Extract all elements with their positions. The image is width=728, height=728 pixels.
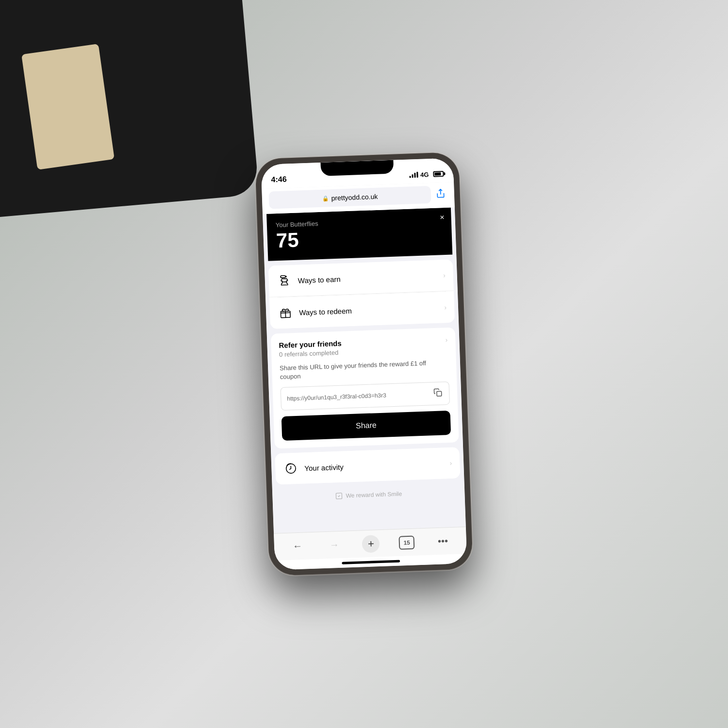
svg-rect-2	[437, 392, 442, 397]
url-text[interactable]: prettyodd.co.uk	[331, 193, 378, 202]
phone-screen: 4:46 4G	[261, 158, 467, 570]
footer-text: We reward with Smile	[346, 491, 402, 499]
activity-card: Your activity ›	[275, 447, 460, 485]
smile-footer: We reward with Smile	[276, 483, 461, 507]
screen-inner: 4:46 4G	[261, 158, 467, 570]
svg-point-0	[285, 276, 286, 277]
copy-url-button[interactable]	[432, 387, 444, 400]
refer-friends-section: Refer your friends › 0 referrals complet…	[271, 327, 459, 448]
add-tab-button[interactable]: +	[362, 535, 380, 553]
url-bar[interactable]: 🔒 prettyodd.co.uk	[268, 186, 431, 209]
hand-coin-icon	[276, 273, 292, 289]
activity-item[interactable]: Your activity ›	[275, 447, 460, 485]
ways-to-redeem-item[interactable]: Ways to redeem ›	[269, 291, 455, 329]
share-button[interactable]: Share	[281, 411, 451, 441]
activity-label: Your activity	[304, 459, 450, 472]
activity-chevron: ›	[449, 459, 452, 467]
lock-icon: 🔒	[322, 195, 329, 201]
ways-to-earn-chevron: ›	[443, 271, 446, 279]
smile-check-icon	[335, 492, 343, 500]
back-button[interactable]: ←	[288, 536, 306, 556]
home-bar	[342, 560, 400, 564]
scene: 4:46 4G	[0, 0, 728, 728]
clock-history-icon	[283, 461, 299, 477]
background-card	[21, 44, 115, 170]
gift-icon	[278, 305, 294, 321]
referral-url-text: https://y0ur/un1qu3_r3f3ral-c0d3=h3r3	[287, 390, 432, 402]
signal-bar-4	[416, 172, 418, 178]
battery-icon	[433, 171, 444, 177]
signal-bar-2	[412, 174, 413, 178]
scrollable-area[interactable]: × Your Butterflies 75	[263, 207, 466, 533]
ways-to-earn-label: Ways to earn	[298, 271, 444, 284]
refer-title: Refer your friends	[279, 339, 342, 349]
close-button[interactable]: ×	[440, 214, 445, 221]
signal-label: 4G	[420, 171, 429, 179]
notch	[320, 160, 394, 176]
earn-redeem-card: Ways to earn ›	[268, 259, 455, 329]
signal-bars-icon	[409, 172, 418, 178]
modal-header: × Your Butterflies 75	[266, 208, 452, 261]
ways-to-redeem-label: Ways to redeem	[299, 303, 445, 316]
status-time: 4:46	[271, 175, 287, 184]
butterflies-count: 75	[276, 225, 443, 251]
ways-to-earn-item[interactable]: Ways to earn ›	[268, 259, 454, 297]
signal-bar-1	[409, 176, 411, 178]
signal-bar-3	[414, 173, 415, 178]
status-icons: 4G	[409, 170, 444, 179]
refer-chevron: ›	[445, 335, 447, 343]
ways-to-redeem-chevron: ›	[444, 303, 447, 311]
more-button[interactable]: •••	[433, 531, 452, 551]
battery-fill	[434, 172, 441, 175]
phone-wrapper: 4:46 4G	[255, 152, 473, 576]
forward-button[interactable]: →	[325, 535, 343, 555]
tab-count-button[interactable]: 15	[399, 535, 415, 549]
referral-url-row: https://y0ur/un1qu3_r3f3ral-c0d3=h3r3	[281, 381, 450, 411]
refer-description: Share this URL to give your friends the …	[280, 358, 449, 381]
browser-share-button[interactable]	[433, 186, 447, 202]
phone-frame: 4:46 4G	[255, 152, 473, 576]
